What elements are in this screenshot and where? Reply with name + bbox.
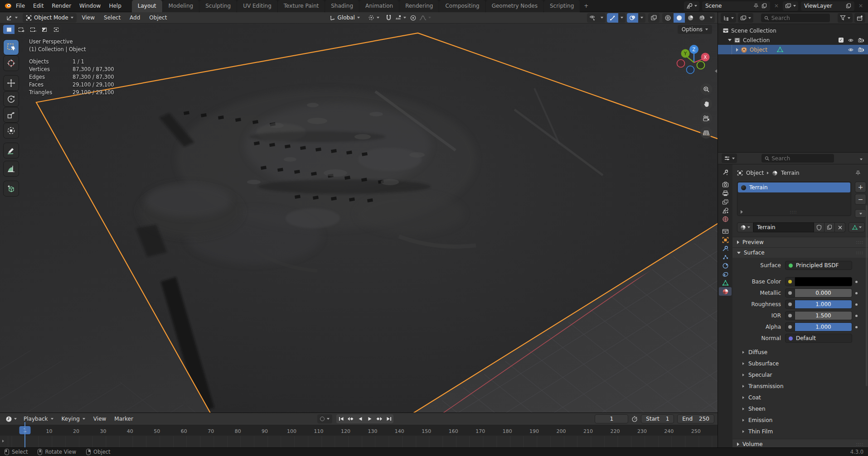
editor-type-button[interactable] <box>3 13 21 23</box>
new-scene-copy-icon[interactable] <box>761 3 767 9</box>
roughness-socket[interactable] <box>785 300 795 309</box>
timeline-ruler[interactable]: 1 10203040506070809010011012013014015016… <box>0 425 718 436</box>
tab-sculpting[interactable]: Sculpting <box>199 0 237 12</box>
tab-rendering[interactable]: Rendering <box>399 0 439 12</box>
tab-render-properties[interactable] <box>719 180 732 189</box>
sidebar-toggle-chevron[interactable] <box>715 68 717 74</box>
normal-selector[interactable]: Default <box>785 334 852 343</box>
object-expand-icon[interactable] <box>736 48 738 52</box>
section-thin-film[interactable]: Thin Film <box>732 426 868 437</box>
panel-preview[interactable]: Preview :::: <box>732 237 868 247</box>
browse-material-button[interactable] <box>737 222 753 232</box>
panel-surface[interactable]: Surface :::: <box>732 247 868 258</box>
fake-user-button[interactable] <box>814 222 824 232</box>
overlays-dropdown[interactable] <box>638 13 645 23</box>
collection-expand-icon[interactable] <box>728 39 732 41</box>
tool-add-cube[interactable] <box>4 181 19 196</box>
tab-compositing[interactable]: Compositing <box>439 0 485 12</box>
tab-modifier-properties[interactable] <box>719 244 732 253</box>
viewlayer-name-field[interactable]: ViewLayer <box>801 1 854 11</box>
roughness-slider[interactable]: 1.000 <box>795 300 852 309</box>
tab-animation[interactable]: Animation <box>359 0 399 12</box>
material-name-field[interactable]: Terrain <box>753 222 814 232</box>
toggle-perspective-button[interactable] <box>700 127 712 139</box>
section-subsurface[interactable]: Subsurface <box>732 358 868 369</box>
previous-keyframe-button[interactable] <box>346 414 355 423</box>
surface-shader-selector[interactable]: Principled BSDF <box>785 261 852 270</box>
object-render-camera-icon[interactable] <box>858 47 864 53</box>
list-resize-grip[interactable]: :::: <box>790 210 797 214</box>
tab-scene-properties[interactable] <box>719 206 732 215</box>
select-mode-invert[interactable] <box>39 25 50 34</box>
alpha-slider[interactable]: 1.000 <box>795 322 852 331</box>
proportional-falloff-dropdown[interactable] <box>418 14 432 22</box>
menu-playback[interactable]: Playback <box>20 416 57 422</box>
menu-select[interactable]: Select <box>100 14 124 21</box>
base-color-swatch[interactable] <box>795 277 852 286</box>
shading-solid-button[interactable] <box>674 13 685 23</box>
start-frame-field[interactable]: Start1 <box>641 414 674 423</box>
tool-transform[interactable] <box>4 123 19 138</box>
panel-drag-grip-icon[interactable]: :::: <box>856 442 863 446</box>
snap-toggle-button[interactable] <box>384 14 393 22</box>
snap-target-button[interactable] <box>394 14 407 22</box>
menu-add[interactable]: Add <box>126 14 144 21</box>
mesh-data-icon[interactable] <box>777 47 783 53</box>
tab-texture-paint[interactable]: Texture Paint <box>278 0 325 12</box>
timeline-editor-type-button[interactable] <box>3 414 19 424</box>
pin-icon[interactable] <box>753 3 759 9</box>
animate-dot-icon[interactable] <box>855 315 858 317</box>
pin-icon[interactable] <box>855 170 861 176</box>
tab-viewlayer-properties[interactable] <box>719 197 732 206</box>
shading-dropdown[interactable] <box>708 13 715 23</box>
menu-marker[interactable]: Marker <box>111 416 136 422</box>
collection-hide-eye-icon[interactable] <box>848 38 854 43</box>
tool-cursor[interactable] <box>4 56 19 71</box>
play-button[interactable] <box>365 414 374 423</box>
tab-modeling[interactable]: Modeling <box>163 0 199 12</box>
outliner-filter-type-button[interactable] <box>738 13 753 23</box>
tool-scale[interactable] <box>4 107 19 122</box>
properties-editor-type-button[interactable] <box>722 154 737 163</box>
menu-edit[interactable]: Edit <box>29 0 48 12</box>
select-mode-set[interactable] <box>3 25 15 34</box>
slot-specials-button[interactable] <box>855 209 866 218</box>
tab-constraint-properties[interactable] <box>719 270 732 278</box>
menu-window[interactable]: Window <box>75 0 105 12</box>
properties-search[interactable] <box>761 154 834 163</box>
tool-move[interactable] <box>4 76 19 91</box>
tab-world-properties[interactable] <box>719 215 732 223</box>
unlink-material-button[interactable] <box>835 222 845 232</box>
add-slot-button[interactable]: + <box>855 182 866 192</box>
animate-dot-icon[interactable] <box>855 326 858 328</box>
animate-dot-icon[interactable] <box>855 292 858 294</box>
material-slot-terrain[interactable]: Terrain <box>738 182 850 192</box>
new-viewlayer-copy-icon[interactable] <box>846 3 851 9</box>
end-frame-field[interactable]: End250 <box>677 414 714 423</box>
play-reverse-button[interactable] <box>355 414 365 423</box>
tab-tool-properties[interactable] <box>719 168 732 177</box>
viewlayer-browse-button[interactable] <box>783 1 798 11</box>
menu-view[interactable]: View <box>78 14 98 21</box>
section-transmission[interactable]: Transmission <box>732 380 868 392</box>
select-mode-intersect[interactable] <box>50 25 62 34</box>
row-object[interactable]: Object <box>718 45 868 54</box>
tool-select-box[interactable] <box>4 40 19 55</box>
material-slot-list[interactable]: Terrain :::: <box>737 182 851 216</box>
tab-shading[interactable]: Shading <box>325 0 359 12</box>
copy-material-button[interactable] <box>824 222 835 232</box>
transform-orientation-dropdown[interactable]: Global <box>326 13 363 23</box>
properties-search-input[interactable] <box>771 155 830 162</box>
slot-expand-icon[interactable] <box>741 210 743 214</box>
tab-scripting[interactable]: Scripting <box>544 0 580 12</box>
outliner-search-input[interactable] <box>771 15 827 21</box>
menu-file[interactable]: File <box>12 0 29 12</box>
outliner-search[interactable] <box>761 14 830 22</box>
jump-to-start-button[interactable] <box>336 414 346 423</box>
ior-slider[interactable]: 1.500 <box>795 311 852 320</box>
blender-logo-icon[interactable] <box>4 2 12 10</box>
show-overlays-toggle[interactable] <box>627 13 638 23</box>
tab-collection-properties[interactable] <box>719 227 732 235</box>
menu-view-timeline[interactable]: View <box>90 416 110 422</box>
animate-dot-icon[interactable] <box>855 281 858 283</box>
